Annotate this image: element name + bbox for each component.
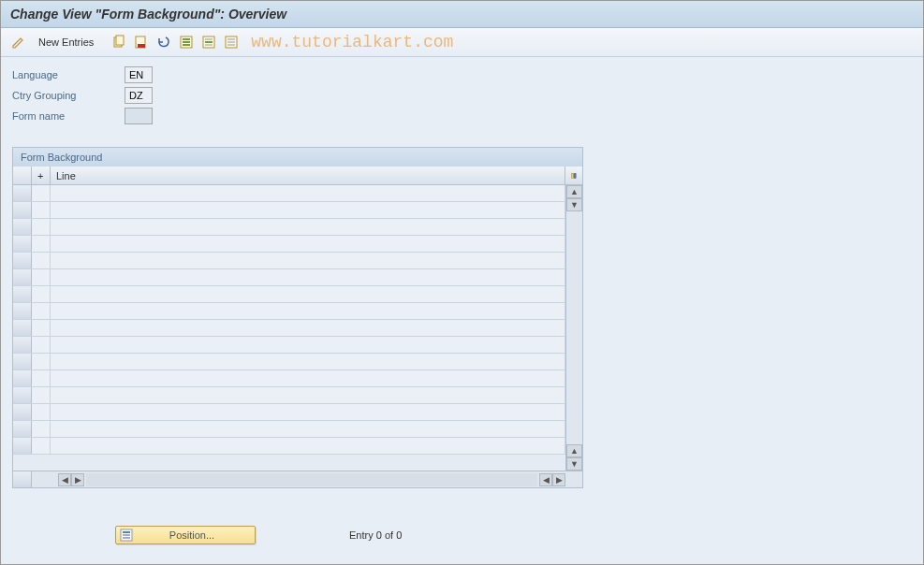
scroll-up-2-icon[interactable]: ▲ — [566, 444, 582, 457]
cell-plus[interactable] — [32, 253, 51, 268]
table-row[interactable] — [13, 387, 582, 404]
select-all-icon[interactable] — [176, 32, 197, 52]
row-handle[interactable] — [13, 269, 32, 285]
form-name-field[interactable] — [125, 108, 153, 124]
cell-line[interactable] — [51, 320, 565, 336]
cell-plus[interactable] — [32, 354, 51, 369]
cell-line[interactable] — [51, 354, 565, 369]
table-row[interactable] — [13, 421, 582, 438]
undo-icon[interactable] — [154, 32, 174, 52]
cell-plus[interactable] — [32, 286, 51, 302]
cell-line[interactable] — [51, 421, 565, 437]
cell-line[interactable] — [51, 269, 565, 285]
row-handle[interactable] — [13, 253, 32, 268]
cell-line[interactable] — [51, 219, 565, 235]
cell-plus[interactable] — [32, 320, 51, 336]
row-handle[interactable] — [13, 320, 32, 336]
row-handle[interactable] — [13, 202, 32, 218]
table-title: Form Background — [13, 148, 582, 167]
row-handle[interactable] — [13, 337, 32, 353]
title-bar: Change View "Form Background": Overview — [1, 1, 923, 28]
form-area: Language Ctry Grouping Form name — [1, 57, 923, 138]
cell-line[interactable] — [51, 387, 565, 403]
column-header-line[interactable]: Line — [51, 167, 565, 184]
row-handle[interactable] — [13, 404, 32, 420]
scroll-up-icon[interactable]: ▲ — [566, 185, 582, 198]
row-handle[interactable] — [13, 219, 32, 235]
table-row[interactable] — [13, 320, 582, 337]
vertical-scrollbar[interactable]: ▲ ▼ ▲ ▼ — [565, 185, 582, 471]
row-handle[interactable] — [13, 286, 32, 302]
scroll-left-2-icon[interactable]: ◀ — [539, 473, 552, 486]
table-row[interactable] — [13, 286, 582, 303]
table-row[interactable] — [13, 185, 582, 202]
table-row[interactable] — [13, 404, 582, 421]
cell-line[interactable] — [51, 337, 565, 353]
table-row[interactable] — [13, 370, 582, 387]
new-entries-button[interactable]: New Entries — [31, 33, 101, 51]
cell-plus[interactable] — [32, 202, 51, 218]
svg-rect-14 — [227, 41, 235, 43]
select-block-icon[interactable] — [198, 32, 219, 52]
table-row[interactable] — [13, 253, 582, 269]
cell-line[interactable] — [51, 253, 565, 268]
scroll-right-2-icon[interactable]: ▶ — [552, 473, 565, 486]
row-handle[interactable] — [13, 421, 32, 437]
cell-plus[interactable] — [32, 421, 51, 437]
cell-plus[interactable] — [32, 438, 51, 454]
bottom-left-handle[interactable] — [13, 471, 32, 487]
cell-line[interactable] — [51, 370, 565, 386]
cell-line[interactable] — [51, 202, 565, 218]
ctry-grouping-field[interactable] — [125, 87, 153, 104]
row-handle[interactable] — [13, 185, 32, 201]
svg-rect-10 — [205, 41, 213, 43]
toolbar: New Entries www.tutorialkart.com — [1, 28, 923, 57]
cell-plus[interactable] — [32, 404, 51, 420]
cell-plus[interactable] — [32, 337, 51, 353]
svg-rect-20 — [123, 534, 130, 536]
table-row[interactable] — [13, 303, 582, 320]
column-header-plus[interactable]: + — [32, 167, 51, 184]
cell-line[interactable] — [51, 404, 565, 420]
table-row[interactable] — [13, 236, 582, 253]
table-row[interactable] — [13, 202, 582, 219]
row-selector-header[interactable] — [13, 167, 32, 184]
position-button[interactable]: Position... — [115, 526, 256, 544]
cell-plus[interactable] — [32, 185, 51, 201]
row-handle[interactable] — [13, 236, 32, 252]
row-handle[interactable] — [13, 370, 32, 386]
cell-line[interactable] — [51, 185, 565, 201]
cell-plus[interactable] — [32, 236, 51, 252]
table-row[interactable] — [13, 438, 582, 455]
row-handle[interactable] — [13, 387, 32, 403]
cell-plus[interactable] — [32, 219, 51, 235]
cell-plus[interactable] — [32, 269, 51, 285]
hscroll-track[interactable] — [86, 473, 537, 486]
language-field[interactable] — [125, 66, 153, 83]
scroll-down-2-icon[interactable]: ▼ — [566, 457, 582, 471]
cell-plus[interactable] — [32, 387, 51, 403]
cell-plus[interactable] — [32, 370, 51, 386]
row-handle[interactable] — [13, 354, 32, 369]
table-settings-icon[interactable] — [565, 167, 582, 184]
scroll-left-icon[interactable]: ◀ — [58, 473, 71, 486]
scroll-track[interactable] — [566, 211, 582, 444]
watermark-text: www.tutorialkart.com — [251, 33, 453, 51]
cell-line[interactable] — [51, 438, 565, 454]
scroll-down-icon[interactable]: ▼ — [566, 198, 582, 211]
cell-line[interactable] — [51, 286, 565, 302]
table-row[interactable] — [13, 219, 582, 236]
table-row[interactable] — [13, 354, 582, 370]
table-row[interactable] — [13, 269, 582, 286]
row-handle[interactable] — [13, 303, 32, 319]
cell-line[interactable] — [51, 303, 565, 319]
copy-as-icon[interactable] — [109, 32, 129, 52]
cell-line[interactable] — [51, 236, 565, 252]
table-row[interactable] — [13, 337, 582, 354]
scroll-right-1-icon[interactable]: ▶ — [71, 473, 84, 486]
deselect-all-icon[interactable] — [221, 32, 242, 52]
toggle-change-icon[interactable] — [8, 32, 29, 52]
row-handle[interactable] — [13, 438, 32, 454]
delete-icon[interactable] — [131, 32, 152, 52]
cell-plus[interactable] — [32, 303, 51, 319]
